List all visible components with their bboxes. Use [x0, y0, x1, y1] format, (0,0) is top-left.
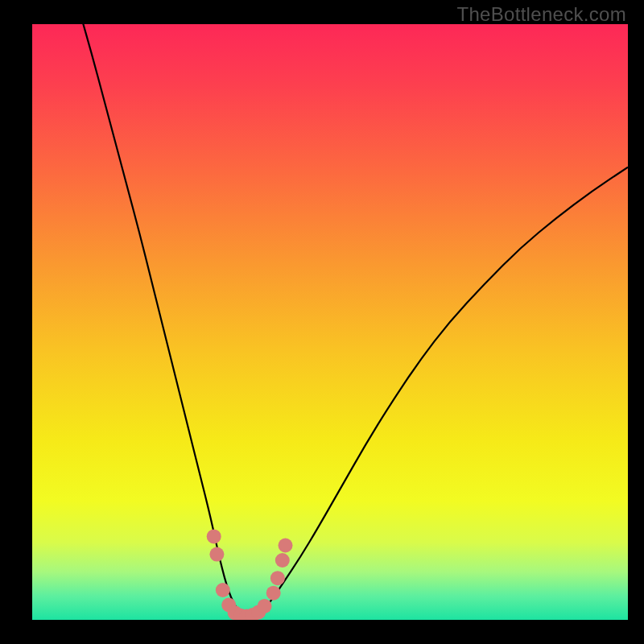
curve-dot	[279, 539, 293, 553]
gradient-background	[32, 24, 628, 620]
curve-dot	[216, 583, 230, 597]
curve-dot	[266, 586, 281, 601]
curve-dot	[270, 571, 285, 585]
plot-area	[32, 24, 628, 620]
chart-frame: TheBottleneck.com	[0, 0, 644, 644]
plot-svg	[32, 24, 628, 620]
watermark-text: TheBottleneck.com	[456, 3, 626, 26]
curve-dot	[258, 599, 272, 613]
curve-dot	[207, 529, 221, 543]
curve-dot	[209, 547, 224, 562]
curve-dot	[275, 553, 290, 568]
